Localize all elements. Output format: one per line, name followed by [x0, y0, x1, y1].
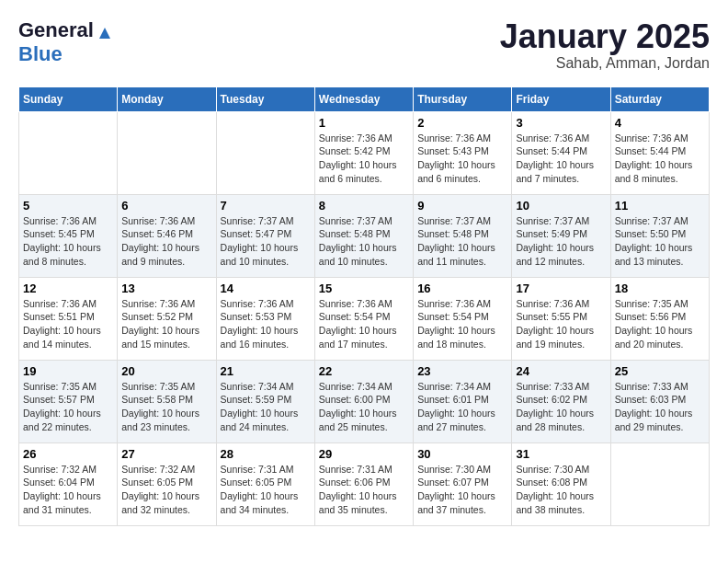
page-title: January 2025 [500, 18, 710, 55]
calendar-cell: 30Sunrise: 7:30 AM Sunset: 6:07 PM Dayli… [414, 442, 512, 525]
day-number: 6 [121, 199, 211, 213]
calendar-cell: 27Sunrise: 7:32 AM Sunset: 6:05 PM Dayli… [118, 442, 216, 525]
day-info: Sunrise: 7:36 AM Sunset: 5:54 PM Dayligh… [417, 297, 507, 351]
weekday-header-monday: Monday [118, 86, 216, 111]
day-number: 21 [221, 364, 311, 378]
day-number: 30 [417, 447, 507, 461]
calendar-body: 1Sunrise: 7:36 AM Sunset: 5:42 PM Daylig… [19, 111, 710, 525]
day-info: Sunrise: 7:36 AM Sunset: 5:46 PM Dayligh… [121, 214, 211, 269]
day-number: 1 [319, 116, 409, 130]
logo-general: General [18, 18, 94, 41]
day-number: 19 [23, 364, 113, 378]
calendar-cell: 7Sunrise: 7:37 AM Sunset: 5:47 PM Daylig… [216, 194, 314, 277]
calendar-week-row: 26Sunrise: 7:32 AM Sunset: 6:04 PM Dayli… [19, 442, 710, 525]
calendar-week-row: 19Sunrise: 7:35 AM Sunset: 5:57 PM Dayli… [19, 360, 710, 442]
weekday-row: SundayMondayTuesdayWednesdayThursdayFrid… [19, 86, 710, 111]
day-info: Sunrise: 7:37 AM Sunset: 5:48 PM Dayligh… [417, 214, 507, 269]
page-subtitle: Sahab, Amman, Jordan [500, 55, 710, 72]
calendar-cell: 18Sunrise: 7:35 AM Sunset: 5:56 PM Dayli… [610, 277, 709, 360]
day-info: Sunrise: 7:37 AM Sunset: 5:48 PM Dayligh… [319, 214, 409, 269]
day-info: Sunrise: 7:33 AM Sunset: 6:02 PM Dayligh… [516, 380, 606, 434]
calendar-cell: 5Sunrise: 7:36 AM Sunset: 5:45 PM Daylig… [19, 194, 118, 277]
title-block: January 2025 Sahab, Amman, Jordan [500, 18, 710, 72]
day-info: Sunrise: 7:33 AM Sunset: 6:03 PM Dayligh… [615, 380, 705, 434]
calendar-cell: 22Sunrise: 7:34 AM Sunset: 6:00 PM Dayli… [314, 360, 413, 442]
day-info: Sunrise: 7:31 AM Sunset: 6:05 PM Dayligh… [221, 463, 311, 517]
day-number: 28 [221, 447, 311, 461]
logo: General Blue [18, 18, 112, 66]
day-number: 15 [319, 282, 409, 295]
calendar-cell: 11Sunrise: 7:37 AM Sunset: 5:50 PM Dayli… [610, 194, 709, 277]
day-info: Sunrise: 7:34 AM Sunset: 6:01 PM Dayligh… [417, 380, 507, 434]
day-info: Sunrise: 7:35 AM Sunset: 5:58 PM Dayligh… [121, 380, 211, 434]
calendar-cell: 1Sunrise: 7:36 AM Sunset: 5:42 PM Daylig… [314, 111, 413, 194]
calendar-cell: 4Sunrise: 7:36 AM Sunset: 5:44 PM Daylig… [610, 111, 709, 194]
calendar-cell: 13Sunrise: 7:36 AM Sunset: 5:52 PM Dayli… [118, 277, 216, 360]
day-number: 26 [23, 447, 113, 461]
calendar-cell: 17Sunrise: 7:36 AM Sunset: 5:55 PM Dayli… [512, 277, 610, 360]
day-number: 11 [615, 199, 705, 213]
calendar-cell [216, 111, 314, 194]
day-info: Sunrise: 7:32 AM Sunset: 6:05 PM Dayligh… [121, 463, 211, 517]
calendar-cell: 19Sunrise: 7:35 AM Sunset: 5:57 PM Dayli… [19, 360, 118, 442]
day-info: Sunrise: 7:34 AM Sunset: 5:59 PM Dayligh… [221, 380, 311, 434]
day-number: 23 [417, 364, 507, 378]
calendar-cell: 21Sunrise: 7:34 AM Sunset: 5:59 PM Dayli… [216, 360, 314, 442]
calendar-cell [610, 442, 709, 525]
day-number: 22 [319, 364, 409, 378]
day-number: 29 [319, 447, 409, 461]
calendar-cell: 23Sunrise: 7:34 AM Sunset: 6:01 PM Dayli… [414, 360, 512, 442]
day-info: Sunrise: 7:36 AM Sunset: 5:54 PM Dayligh… [319, 297, 409, 351]
day-number: 20 [121, 364, 211, 378]
calendar-table: SundayMondayTuesdayWednesdayThursdayFrid… [18, 86, 710, 526]
weekday-header-sunday: Sunday [19, 86, 118, 111]
day-number: 16 [417, 282, 507, 295]
calendar-cell: 28Sunrise: 7:31 AM Sunset: 6:05 PM Dayli… [216, 442, 314, 525]
calendar-cell: 3Sunrise: 7:36 AM Sunset: 5:44 PM Daylig… [512, 111, 610, 194]
calendar-cell: 25Sunrise: 7:33 AM Sunset: 6:03 PM Dayli… [610, 360, 709, 442]
day-info: Sunrise: 7:37 AM Sunset: 5:50 PM Dayligh… [615, 214, 705, 269]
day-info: Sunrise: 7:30 AM Sunset: 6:07 PM Dayligh… [417, 463, 507, 517]
day-info: Sunrise: 7:37 AM Sunset: 5:47 PM Dayligh… [221, 214, 311, 269]
calendar-cell: 29Sunrise: 7:31 AM Sunset: 6:06 PM Dayli… [314, 442, 413, 525]
logo-icon [97, 26, 112, 40]
calendar-week-row: 12Sunrise: 7:36 AM Sunset: 5:51 PM Dayli… [19, 277, 710, 360]
calendar-week-row: 5Sunrise: 7:36 AM Sunset: 5:45 PM Daylig… [19, 194, 710, 277]
weekday-header-tuesday: Tuesday [216, 86, 314, 111]
calendar-cell: 12Sunrise: 7:36 AM Sunset: 5:51 PM Dayli… [19, 277, 118, 360]
day-info: Sunrise: 7:35 AM Sunset: 5:56 PM Dayligh… [615, 297, 705, 351]
calendar-cell [19, 111, 118, 194]
day-info: Sunrise: 7:36 AM Sunset: 5:42 PM Dayligh… [319, 132, 409, 186]
day-number: 24 [516, 364, 606, 378]
logo-blue: Blue [18, 42, 63, 66]
day-number: 12 [23, 282, 113, 295]
day-number: 14 [221, 282, 311, 295]
calendar-cell: 15Sunrise: 7:36 AM Sunset: 5:54 PM Dayli… [314, 277, 413, 360]
day-number: 31 [516, 447, 606, 461]
weekday-header-wednesday: Wednesday [314, 86, 413, 111]
calendar-cell: 8Sunrise: 7:37 AM Sunset: 5:48 PM Daylig… [314, 194, 413, 277]
day-info: Sunrise: 7:36 AM Sunset: 5:44 PM Dayligh… [615, 132, 705, 186]
calendar-week-row: 1Sunrise: 7:36 AM Sunset: 5:42 PM Daylig… [19, 111, 710, 194]
calendar-cell: 31Sunrise: 7:30 AM Sunset: 6:08 PM Dayli… [512, 442, 610, 525]
day-number: 3 [516, 116, 606, 130]
calendar-cell: 16Sunrise: 7:36 AM Sunset: 5:54 PM Dayli… [414, 277, 512, 360]
day-info: Sunrise: 7:36 AM Sunset: 5:55 PM Dayligh… [516, 297, 606, 351]
weekday-header-thursday: Thursday [414, 86, 512, 111]
calendar-cell: 26Sunrise: 7:32 AM Sunset: 6:04 PM Dayli… [19, 442, 118, 525]
day-number: 10 [516, 199, 606, 213]
calendar-cell: 20Sunrise: 7:35 AM Sunset: 5:58 PM Dayli… [118, 360, 216, 442]
day-info: Sunrise: 7:36 AM Sunset: 5:51 PM Dayligh… [23, 297, 113, 351]
calendar-header: SundayMondayTuesdayWednesdayThursdayFrid… [19, 86, 710, 111]
day-number: 17 [516, 282, 606, 295]
svg-marker-0 [99, 28, 110, 39]
day-info: Sunrise: 7:36 AM Sunset: 5:43 PM Dayligh… [417, 132, 507, 186]
day-number: 8 [319, 199, 409, 213]
day-info: Sunrise: 7:34 AM Sunset: 6:00 PM Dayligh… [319, 380, 409, 434]
day-number: 25 [615, 364, 705, 378]
calendar-cell [118, 111, 216, 194]
day-info: Sunrise: 7:36 AM Sunset: 5:44 PM Dayligh… [516, 132, 606, 186]
day-info: Sunrise: 7:32 AM Sunset: 6:04 PM Dayligh… [23, 463, 113, 517]
day-info: Sunrise: 7:30 AM Sunset: 6:08 PM Dayligh… [516, 463, 606, 517]
day-number: 5 [23, 199, 113, 213]
